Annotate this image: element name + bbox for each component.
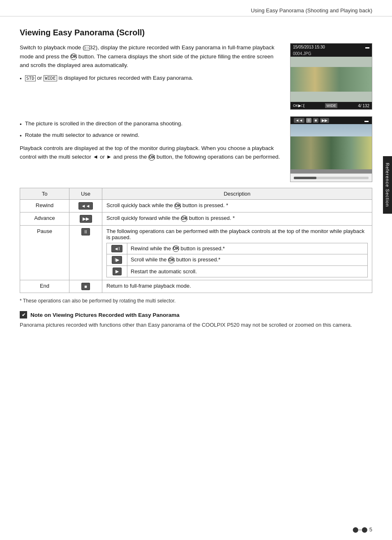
- second-section: • The picture is scrolled in the directi…: [20, 116, 372, 182]
- playback-image: [291, 124, 372, 173]
- bullet-list: • STD or WIDE is displayed for pictures …: [20, 74, 280, 83]
- td-end-to: End: [20, 280, 69, 293]
- intro-section: Switch to playback mode (□32), display t…: [20, 43, 372, 110]
- sub-icon-scroll: I▶: [107, 254, 127, 266]
- td-rewind-desc: Scroll quickly back while the OK button …: [102, 200, 372, 212]
- td-pause-desc: The following operations can be performe…: [102, 226, 372, 280]
- page-header: Using Easy Panorama (Shooting and Playin…: [0, 0, 392, 16]
- header-title: Using Easy Panorama (Shooting and Playin…: [251, 7, 372, 14]
- ok-icon-5: OK: [173, 245, 179, 252]
- ok-icon-2: OK: [148, 154, 155, 161]
- sub-desc-scroll: Scroll while the OK button is pressed.*: [127, 254, 368, 266]
- screen-bottom-bar: OK▶□[ WIDE 4/ 132: [291, 102, 372, 109]
- sub-row-rewind: ◄I Rewind while the OK button is pressed…: [107, 243, 368, 254]
- operations-table: To Use Description Rewind ◄◄ Scroll quic…: [20, 188, 372, 293]
- td-end-desc: Return to full-frame playback mode.: [102, 280, 372, 293]
- page-content: Viewing Easy Panorama (Scroll) Switch to…: [0, 16, 392, 346]
- std-icon: STD: [25, 75, 36, 81]
- sub-icon-restart: ▶: [107, 266, 127, 277]
- wide-badge: WIDE: [325, 103, 337, 108]
- intro-paragraph: Switch to playback mode (□32), display t…: [20, 43, 280, 70]
- table-row-pause: Pause II The following operations can be…: [20, 226, 372, 280]
- sub-desc-rewind: Rewind while the OK button is pressed.*: [127, 243, 368, 254]
- td-rewind-to: Rewind: [20, 200, 69, 212]
- pause-main-desc: The following operations can be performe…: [106, 228, 368, 240]
- advance-icon: ▶▶: [80, 215, 92, 223]
- page-number: 5: [369, 526, 372, 533]
- th-use: Use: [69, 188, 102, 200]
- th-description: Description: [102, 188, 372, 200]
- camera-preview-top: 15/05/2013 15:30 ▬ 0004.JPG OK▶□[ WIDE 4…: [290, 43, 372, 110]
- progress-fill: [294, 177, 316, 179]
- camera-preview-bottom: ◄◄ II ■ ▶▶ ▬: [290, 116, 372, 182]
- page-title: Viewing Easy Panorama (Scroll): [20, 28, 372, 37]
- bullet-item-1: • STD or WIDE is displayed for pictures …: [20, 74, 280, 83]
- note-text: Panorama pictures recorded with function…: [20, 321, 372, 330]
- filename-bar: 0004.JPG: [291, 51, 372, 57]
- pause-icon: II: [81, 228, 90, 235]
- note-check-icon: ✔: [20, 311, 27, 318]
- sub-icon-rewind: ◄I: [107, 243, 127, 254]
- td-pause-use: II: [69, 226, 102, 280]
- progress-bar: [294, 177, 369, 179]
- landscape-layer: [291, 136, 372, 169]
- rewind-icon: ◄◄: [78, 202, 93, 210]
- ok-icon: OK: [70, 53, 77, 60]
- wide-icon: WIDE: [44, 75, 57, 81]
- td-advance-to: Advance: [20, 212, 69, 226]
- table-row-end: End ■ Return to full-frame playback mode…: [20, 280, 372, 293]
- table-row-advance: Advance ▶▶ Scroll quickly forward while …: [20, 212, 372, 226]
- screen-top-bar: 15/05/2013 15:30 ▬: [291, 44, 372, 51]
- footer-icon: ⬤–⬤: [353, 526, 368, 533]
- second-text: • The picture is scrolled in the directi…: [20, 116, 280, 182]
- ok-icon-6: OK: [168, 257, 175, 263]
- forward-btn: ▶▶: [320, 118, 329, 123]
- sub-row-scroll: I▶ Scroll while the OK button is pressed…: [107, 254, 368, 266]
- playback-top-bar: ◄◄ II ■ ▶▶ ▬: [291, 117, 372, 124]
- sub-table: ◄I Rewind while the OK button is pressed…: [106, 243, 368, 277]
- note-box: ✔ Note on Viewing Pictures Recorded with…: [20, 311, 372, 330]
- screen-image-area: [291, 57, 372, 102]
- playback-controls: ◄◄ II ■ ▶▶: [294, 118, 329, 123]
- bullet-list-2: • The picture is scrolled in the directi…: [20, 120, 280, 141]
- ok-icon-4: OK: [181, 215, 187, 222]
- bullet-item-3: • Rotate the multi selector to advance o…: [20, 131, 280, 140]
- slow-rewind-icon: ◄I: [111, 245, 123, 252]
- th-to: To: [20, 188, 69, 200]
- page-footer: ⬤–⬤ 5: [353, 526, 372, 533]
- table-row-rewind: Rewind ◄◄ Scroll quickly back while the …: [20, 200, 372, 212]
- td-advance-use: ▶▶: [69, 212, 102, 226]
- landscape-image: [291, 67, 372, 92]
- note-header: ✔ Note on Viewing Pictures Recorded with…: [20, 311, 372, 318]
- sub-row-restart: ▶ Restart the automatic scroll.: [107, 266, 368, 277]
- td-pause-to: Pause: [20, 226, 69, 280]
- playback-progress: [291, 173, 372, 182]
- intro-text: Switch to playback mode (□32), display t…: [20, 43, 280, 110]
- bullet-item-2: • The picture is scrolled in the directi…: [20, 120, 280, 129]
- camera-screen-top: 15/05/2013 15:30 ▬ 0004.JPG OK▶□[ WIDE 4…: [290, 43, 372, 110]
- slow-forward-icon: I▶: [112, 256, 122, 264]
- td-end-use: ■: [69, 280, 102, 293]
- rewind-btn: ◄◄: [294, 118, 304, 123]
- td-advance-desc: Scroll quickly forward while the OK butt…: [102, 212, 372, 226]
- table-header-row: To Use Description: [20, 188, 372, 200]
- playback-paragraph: Playback controls are displayed at the t…: [20, 144, 280, 162]
- td-rewind-use: ◄◄: [69, 200, 102, 212]
- stop-btn: ■: [313, 118, 318, 123]
- footnote: * These operations can also be performed…: [20, 297, 372, 305]
- play-icon: ▶: [113, 268, 122, 275]
- sub-desc-restart: Restart the automatic scroll.: [127, 266, 368, 277]
- screen-playback: ◄◄ II ■ ▶▶ ▬: [290, 116, 372, 182]
- stop-icon: ■: [81, 283, 90, 290]
- pause-btn: II: [306, 118, 311, 123]
- ok-icon-3: OK: [174, 203, 181, 209]
